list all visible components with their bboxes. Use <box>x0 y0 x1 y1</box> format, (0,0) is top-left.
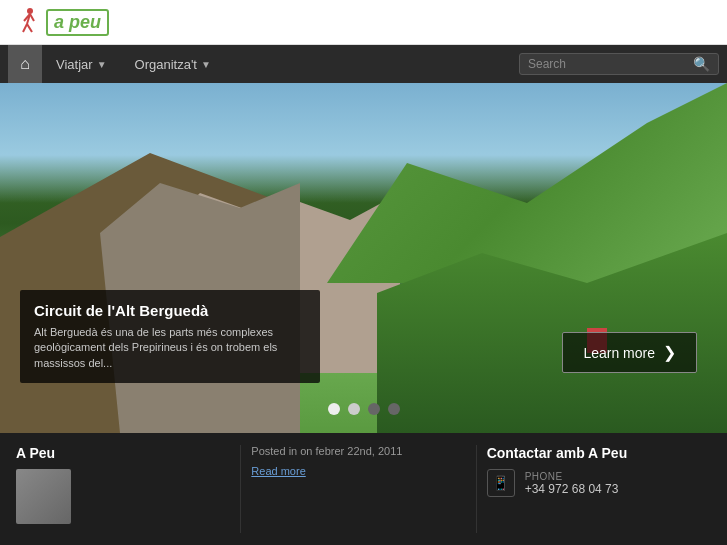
logo-icon <box>10 6 42 38</box>
site-header: a peu <box>0 0 727 45</box>
chevron-right-icon: ❯ <box>663 343 676 362</box>
svg-line-5 <box>30 14 34 21</box>
post-date: Posted in on febrer 22nd, 2011 <box>251 445 465 457</box>
nav-organitzat-arrow: ▼ <box>201 59 211 70</box>
svg-line-2 <box>23 24 27 32</box>
nav-viatjar-label: Viatjar <box>56 57 93 72</box>
apeu-avatar <box>16 469 71 524</box>
slide-description: Alt Berguedà és una de les parts més com… <box>34 325 306 371</box>
read-more-link[interactable]: Read more <box>251 465 305 477</box>
avatar-image <box>16 469 71 524</box>
dot-2[interactable] <box>348 403 360 415</box>
bottom-col-apeu: A Peu <box>16 445 240 533</box>
slide-info-box: Circuit de l'Alt Berguedà Alt Berguedà é… <box>20 290 320 383</box>
search-box[interactable]: 🔍 <box>519 53 719 75</box>
phone-value: +34 972 68 04 73 <box>525 482 619 496</box>
logo[interactable]: a peu <box>10 6 109 38</box>
nav-organitzat-label: Organitza't <box>135 57 197 72</box>
slide-title: Circuit de l'Alt Berguedà <box>34 302 306 319</box>
contact-phone-row: 📱 PHONE +34 972 68 04 73 <box>487 469 701 497</box>
svg-point-0 <box>27 8 33 14</box>
contact-phone-info: PHONE +34 972 68 04 73 <box>525 471 619 496</box>
bottom-col-contact: Contactar amb A Peu 📱 PHONE +34 972 68 0… <box>476 445 711 533</box>
slider-dots <box>328 403 400 415</box>
dot-3[interactable] <box>368 403 380 415</box>
dot-4[interactable] <box>388 403 400 415</box>
dot-1[interactable] <box>328 403 340 415</box>
contact-title: Contactar amb A Peu <box>487 445 701 461</box>
search-input[interactable] <box>528 57 693 71</box>
nav-viatjar[interactable]: Viatjar ▼ <box>42 45 121 83</box>
phone-icon: 📱 <box>487 469 515 497</box>
phone-label: PHONE <box>525 471 619 482</box>
logo-text: a peu <box>46 9 109 36</box>
bottom-section: A Peu Posted in on febrer 22nd, 2011 Rea… <box>0 433 727 545</box>
home-icon: ⌂ <box>20 55 30 73</box>
bottom-col-post: Posted in on febrer 22nd, 2011 Read more <box>240 445 475 533</box>
svg-line-3 <box>27 24 32 32</box>
nav-organitzat[interactable]: Organitza't ▼ <box>121 45 225 83</box>
search-icon: 🔍 <box>693 56 710 72</box>
hero-slider: Circuit de l'Alt Berguedà Alt Berguedà é… <box>0 83 727 433</box>
navbar: ⌂ Viatjar ▼ Organitza't ▼ 🔍 <box>0 45 727 83</box>
learn-more-button[interactable]: Learn more ❯ <box>562 332 697 373</box>
apeu-title: A Peu <box>16 445 230 461</box>
home-button[interactable]: ⌂ <box>8 45 42 83</box>
learn-more-label: Learn more <box>583 345 655 361</box>
nav-viatjar-arrow: ▼ <box>97 59 107 70</box>
